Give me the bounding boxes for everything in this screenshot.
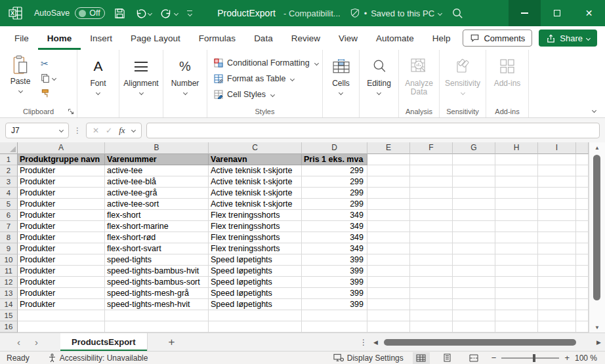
cell-B11[interactable]: speed-tights-bambus-hvit: [105, 266, 209, 277]
tab-automate[interactable]: Automate: [367, 26, 423, 50]
cell-F1[interactable]: [410, 154, 453, 165]
scroll-up-button[interactable]: ▲: [589, 142, 605, 153]
cell-H9[interactable]: [495, 243, 538, 254]
cell-A2[interactable]: Produkter: [18, 165, 105, 176]
accessibility-status-button[interactable]: Accessibility: Unavailable: [48, 354, 148, 363]
cancel-button[interactable]: ✕: [93, 126, 99, 135]
cell-A5[interactable]: Produkter: [18, 199, 105, 210]
cell-D12[interactable]: 399: [302, 277, 367, 288]
cell-C15[interactable]: [209, 310, 302, 321]
cell-E2[interactable]: [367, 165, 410, 176]
cell-B9[interactable]: flex-short-svart: [105, 243, 209, 254]
cell-H8[interactable]: [495, 232, 538, 243]
cell-F4[interactable]: [410, 188, 453, 199]
column-header-F[interactable]: F: [410, 142, 453, 154]
cell-D1[interactable]: Pris 1 eks. mva: [302, 154, 367, 165]
column-header-B[interactable]: B: [105, 142, 209, 154]
column-header-C[interactable]: C: [209, 142, 302, 154]
row-header-15[interactable]: 15: [0, 310, 18, 321]
row-header-10[interactable]: 10: [0, 254, 18, 266]
view-normal-button[interactable]: [413, 352, 430, 364]
cell-I16[interactable]: [538, 321, 576, 333]
row-header-1[interactable]: 1: [0, 154, 18, 165]
column-header-A[interactable]: A: [18, 142, 105, 154]
cell-D15[interactable]: [302, 310, 367, 321]
alignment-group-button[interactable]: Alignment: [119, 50, 163, 117]
add-ins-button[interactable]: [499, 55, 516, 77]
quick-access-more-button[interactable]: [187, 10, 192, 16]
cell-A15[interactable]: [18, 310, 105, 321]
enter-button[interactable]: ✓: [106, 126, 112, 135]
cell-G7[interactable]: [453, 221, 495, 232]
cell-E4[interactable]: [367, 188, 410, 199]
row-header-11[interactable]: 11: [0, 266, 18, 277]
zoom-out-button[interactable]: −: [491, 353, 497, 363]
tab-formulas[interactable]: Formulas: [190, 26, 245, 50]
undo-button[interactable]: [135, 8, 152, 18]
copy-button[interactable]: [41, 72, 56, 85]
cell-A4[interactable]: Produkter: [18, 188, 105, 199]
analyze-data-button[interactable]: [410, 55, 428, 77]
view-page-break-button[interactable]: [465, 352, 482, 364]
row-header-3[interactable]: 3: [0, 176, 18, 188]
cell-G15[interactable]: [453, 310, 495, 321]
cell-F6[interactable]: [410, 210, 453, 221]
cell-F10[interactable]: [410, 254, 453, 266]
cell-D9[interactable]: 349: [302, 243, 367, 254]
comments-button[interactable]: Comments: [463, 30, 532, 47]
redo-chevron-icon[interactable]: [174, 10, 178, 15]
row-header-12[interactable]: 12: [0, 277, 18, 288]
chevron-down-icon[interactable]: [131, 128, 135, 132]
cell-I8[interactable]: [538, 232, 576, 243]
cell-G9[interactable]: [453, 243, 495, 254]
row-header-5[interactable]: 5: [0, 199, 18, 210]
cell-A7[interactable]: Produkter: [18, 221, 105, 232]
cell-B3[interactable]: active-tee-blå: [105, 176, 209, 188]
cell-A10[interactable]: Produkter: [18, 254, 105, 266]
cell-D6[interactable]: 349: [302, 210, 367, 221]
cell-F5[interactable]: [410, 199, 453, 210]
save-button[interactable]: [114, 8, 125, 19]
cell-C6[interactable]: Flex treningsshorts: [209, 210, 302, 221]
cell-A12[interactable]: Produkter: [18, 277, 105, 288]
row-header-2[interactable]: 2: [0, 165, 18, 176]
cell-C1[interactable]: Varenavn: [209, 154, 302, 165]
cell-I6[interactable]: [538, 210, 576, 221]
cell-H11[interactable]: [495, 266, 538, 277]
cell-C8[interactable]: Flex treningsshorts: [209, 232, 302, 243]
cell-G1[interactable]: [453, 154, 495, 165]
cell-D2[interactable]: 299: [302, 165, 367, 176]
cell-D11[interactable]: 399: [302, 266, 367, 277]
add-sheet-button[interactable]: +: [169, 336, 175, 349]
cell-I9[interactable]: [538, 243, 576, 254]
cell-E6[interactable]: [367, 210, 410, 221]
column-header-I[interactable]: I: [538, 142, 576, 154]
cell-G4[interactable]: [453, 188, 495, 199]
cut-button[interactable]: ✂: [41, 57, 56, 70]
tab-file[interactable]: File: [5, 26, 38, 50]
format-as-table-button[interactable]: Format as Table: [214, 71, 322, 87]
cell-F15[interactable]: [410, 310, 453, 321]
undo-chevron-icon[interactable]: [148, 10, 152, 15]
cell-D7[interactable]: 349: [302, 221, 367, 232]
saved-status-button[interactable]: • Saved to this PC: [350, 8, 442, 18]
cell-H2[interactable]: [495, 165, 538, 176]
view-page-layout-button[interactable]: [439, 352, 456, 364]
sheet-more-icon[interactable]: ⋮: [360, 338, 367, 347]
autosave-toggle[interactable]: Off: [75, 7, 105, 19]
cell-I15[interactable]: [538, 310, 576, 321]
cell-C16[interactable]: [209, 321, 302, 333]
editing-group-button[interactable]: Editing: [360, 50, 399, 117]
zoom-slider-thumb[interactable]: [533, 354, 535, 362]
row-header-4[interactable]: 4: [0, 188, 18, 199]
cell-G14[interactable]: [453, 299, 495, 310]
cell-A13[interactable]: Produkter: [18, 288, 105, 299]
cell-I10[interactable]: [538, 254, 576, 266]
redo-button[interactable]: [161, 8, 178, 18]
cell-I13[interactable]: [538, 288, 576, 299]
cell-H7[interactable]: [495, 221, 538, 232]
zoom-slider[interactable]: [501, 357, 559, 359]
cell-G11[interactable]: [453, 266, 495, 277]
cell-A9[interactable]: Produkter: [18, 243, 105, 254]
select-all-corner[interactable]: [0, 142, 18, 154]
